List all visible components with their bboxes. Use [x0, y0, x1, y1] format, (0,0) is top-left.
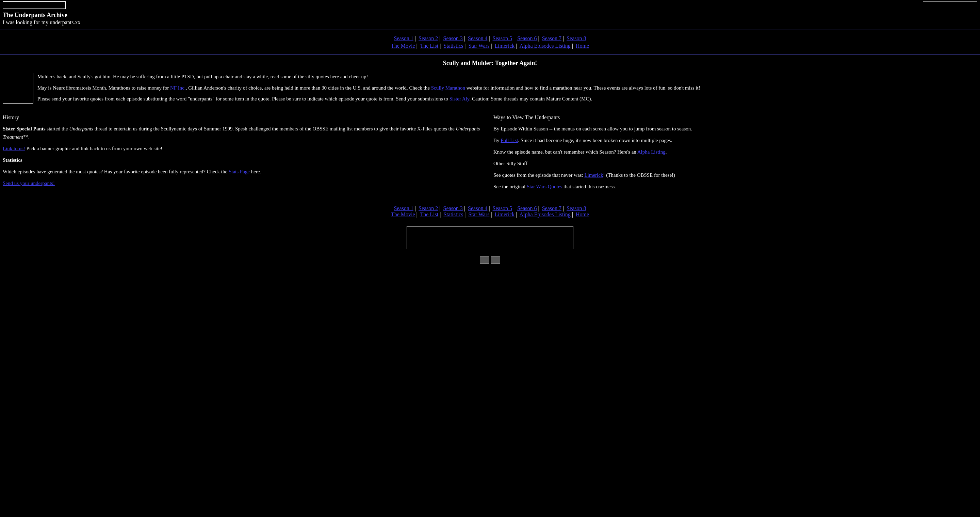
- nav-season5[interactable]: Season 5: [493, 35, 512, 41]
- bottom-nav-movie[interactable]: The Movie: [391, 212, 415, 217]
- intro-paragraph2: May is Neurofibromatosis Month. Marathon…: [37, 84, 977, 92]
- history-heading: History: [3, 115, 487, 121]
- next-icon[interactable]: [491, 256, 500, 263]
- alpha-listing-paragraph: Know the episode name, but can't remembe…: [493, 148, 977, 156]
- bottom-nav-season6[interactable]: Season 6: [517, 205, 537, 211]
- right-content: By Episode Within Season -- the menus on…: [493, 124, 977, 191]
- nav-limerick[interactable]: Limerick: [495, 43, 515, 49]
- site-subtitle: I was looking for my underpants.xx: [0, 19, 980, 28]
- bottom-nav-list[interactable]: The List: [420, 212, 438, 217]
- by-full-list-paragraph: By Full List. Since it had become huge, …: [493, 136, 977, 144]
- nav-movie[interactable]: The Movie: [391, 43, 415, 49]
- underpants-em: Underpants: [69, 126, 93, 131]
- bottom-nav-season3[interactable]: Season 3: [443, 205, 463, 211]
- bottom-nav-limerick[interactable]: Limerick: [495, 212, 515, 217]
- nav-season3[interactable]: Season 3: [443, 35, 463, 41]
- bottom-divider-top: [0, 201, 980, 201]
- bottom-nav-statistics[interactable]: Statistics: [443, 212, 463, 217]
- logo-image: [3, 2, 66, 9]
- top-nav: Season 1| Season 2| Season 3| Season 4| …: [0, 31, 980, 53]
- send-underpants-paragraph: Send us your underpants!: [3, 179, 487, 187]
- search-area: [923, 2, 977, 8]
- bottom-nav-season2[interactable]: Season 2: [418, 205, 438, 211]
- bottom-image: [407, 226, 573, 249]
- bottom-nav-season5[interactable]: Season 5: [493, 205, 512, 211]
- top-nav-row1: Season 1| Season 2| Season 3| Season 4| …: [0, 35, 980, 41]
- link-to-us[interactable]: Link to us!: [3, 146, 25, 151]
- nav-season2[interactable]: Season 2: [418, 35, 438, 41]
- bottom-icons: [0, 254, 980, 268]
- stats-page-link[interactable]: Stats Page: [229, 169, 250, 174]
- statistics-label: Statistics: [3, 157, 22, 163]
- nav-season8[interactable]: Season 8: [566, 35, 586, 41]
- bottom-nav-row1: Season 1| Season 2| Season 3| Season 4| …: [0, 205, 980, 212]
- star-wars-paragraph: See the original Star Wars Quotes that s…: [493, 183, 977, 191]
- nav-season6[interactable]: Season 6: [517, 35, 537, 41]
- nav-icons: [480, 256, 500, 263]
- nfinc-link[interactable]: NF Inc.: [170, 85, 186, 91]
- bottom-nav-season7[interactable]: Season 7: [542, 205, 562, 211]
- limerick-link[interactable]: Limerick: [584, 172, 603, 178]
- nav-season4[interactable]: Season 4: [468, 35, 487, 41]
- bottom-nav-alpha[interactable]: Alpha Episodes Listing: [520, 212, 571, 217]
- site-title: The Underpants Archive: [0, 10, 980, 19]
- top-divider: [0, 30, 980, 30]
- intro-paragraph3: Please send your favorite quotes from ea…: [37, 95, 977, 103]
- prev-icon[interactable]: [480, 256, 489, 263]
- nav-starwars[interactable]: Star Wars: [468, 43, 489, 49]
- bottom-nav-season8[interactable]: Season 8: [566, 205, 586, 211]
- nav-season1[interactable]: Season 1: [394, 35, 413, 41]
- sister-aly-link[interactable]: Sister Aly: [450, 96, 469, 102]
- left-content: Sister Special Pants started the Underpa…: [3, 124, 487, 187]
- main-columns: History Sister Special Pants started the…: [0, 109, 980, 199]
- bottom-nav-home[interactable]: Home: [576, 212, 589, 217]
- statistics-heading-p: Statistics: [3, 156, 487, 164]
- intro-text: Mulder's back, and Scully's got him. He …: [37, 73, 977, 106]
- nav-list[interactable]: The List: [420, 43, 438, 49]
- top-bar: [0, 0, 980, 10]
- other-silly-stuff: Other Silly Stuff: [493, 160, 977, 168]
- page-heading: Scully and Mulder: Together Again!: [0, 56, 980, 70]
- right-column: Ways to View The Underpants By Episode W…: [493, 115, 977, 194]
- bottom-nav: Season 1| Season 2| Season 3| Season 4| …: [0, 203, 980, 220]
- logo-area: [3, 2, 68, 9]
- statistics-paragraph: Which episodes have generated the most q…: [3, 168, 487, 176]
- bottom-nav-season4[interactable]: Season 4: [468, 205, 487, 211]
- left-column: History Sister Special Pants started the…: [3, 115, 487, 194]
- intro-image: [3, 73, 33, 104]
- nav-statistics[interactable]: Statistics: [443, 43, 463, 49]
- send-underpants-link[interactable]: Send us your underpants!: [3, 180, 55, 186]
- nav-home[interactable]: Home: [576, 43, 589, 49]
- intro-paragraph1: Mulder's back, and Scully's got him. He …: [37, 73, 977, 81]
- sister-special-pants: Sister Special Pants: [3, 126, 46, 131]
- nav-alpha[interactable]: Alpha Episodes Listing: [520, 43, 571, 49]
- top-nav-row2: The Movie| The List| Statistics| Star Wa…: [0, 43, 980, 49]
- search-input[interactable]: [923, 2, 977, 8]
- intro-section: Mulder's back, and Scully's got him. He …: [0, 70, 980, 109]
- ways-to-view-heading: Ways to View The Underpants: [493, 115, 977, 121]
- bottom-nav-starwars[interactable]: Star Wars: [468, 212, 489, 217]
- bottom-nav-row2: The Movie| The List| Statistics| Star Wa…: [0, 212, 980, 218]
- by-episode-paragraph: By Episode Within Season -- the menus on…: [493, 124, 977, 133]
- scully-marathon-link[interactable]: Scully Marathon: [431, 85, 465, 91]
- full-list-link[interactable]: Full List: [501, 137, 518, 143]
- star-wars-quotes-link[interactable]: Star Wars Quotes: [527, 184, 562, 189]
- limerick-paragraph: See quotes from the episode that never w…: [493, 171, 977, 179]
- link-to-us-paragraph: Link to us! Pick a banner graphic and li…: [3, 144, 487, 153]
- nav-divider: [0, 54, 980, 55]
- bottom-nav-season1[interactable]: Season 1: [394, 205, 413, 211]
- history-paragraph1: Sister Special Pants started the Underpa…: [3, 124, 487, 141]
- bottom-divider-bottom: [0, 222, 980, 222]
- alpha-listing-link[interactable]: Alpha Listing: [637, 149, 666, 155]
- nav-season7[interactable]: Season 7: [542, 35, 562, 41]
